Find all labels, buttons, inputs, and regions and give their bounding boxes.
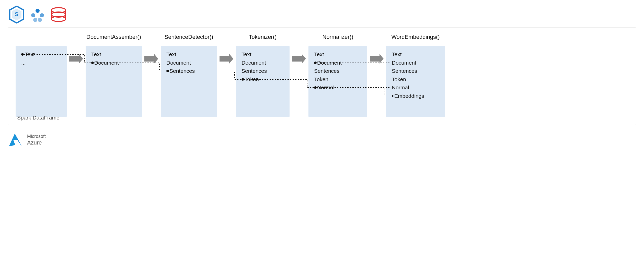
stage-sentence-detector: Text Document Sentences [161,46,217,117]
svg-point-5 [40,13,44,17]
field-tok-token: Token [241,75,284,84]
stage-document-assembler: Text Document [86,46,142,117]
label-document-assembler: DocumentAssember() [86,33,142,41]
svg-marker-19 [370,54,384,64]
svg-text:S: S [15,11,19,17]
svg-point-3 [36,9,40,13]
svg-marker-17 [220,54,233,64]
arrow-4-5 [367,54,386,64]
field-we-embeddings: Embeddings [392,92,439,100]
field-tok-text: Text [241,50,284,59]
field-input-text: Text [21,50,61,59]
svg-marker-16 [144,54,158,64]
svg-point-6 [33,18,37,22]
bottom-branding: Microsoft Azure [0,125,644,148]
field-da-document: Document [91,59,136,67]
field-norm-sentences: Sentences [314,67,362,75]
azure-text-block: Microsoft Azure [27,134,46,146]
azure-logo-icon [8,132,23,148]
field-tok-sentences: Sentences [241,67,284,75]
microsoft-label: Microsoft [27,134,46,139]
databricks-logo-icon [29,6,47,23]
arrow-1-2 [142,54,161,64]
field-da-text: Text [91,50,136,59]
field-we-normal: Normal [392,83,439,92]
field-we-token: Token [392,75,439,84]
arrow-2-3 [217,54,236,64]
field-we-sentences: Sentences [392,67,439,75]
arrow-0-1 [67,54,86,64]
field-input-ellipsis: ... [21,59,61,67]
azure-label: Azure [27,139,46,146]
top-logos-bar: S [0,0,644,28]
svg-marker-18 [292,54,306,64]
label-sentence-detector: SentenceDetector() [161,33,217,41]
stage-word-embeddings: Text Document Sentences Token Normal Emb… [386,46,445,117]
field-norm-text: Text [314,50,362,59]
spark-logo-icon: S [8,6,26,23]
main-diagram: DocumentAssember() SentenceDetector() To… [8,28,636,125]
field-norm-normal: Normal [314,83,362,92]
field-sd-document: Document [166,59,211,67]
field-we-text: Text [392,50,439,59]
field-norm-document: Document [314,59,362,67]
stage-tokenizer: Text Document Sentences Token [236,46,290,117]
field-sd-sentences: Sentences [166,67,211,75]
redis-logo-icon [50,6,67,23]
stage-normalizer: Text Document Sentences Token Normal [308,46,367,117]
arrow-3-4 [290,54,308,64]
field-norm-token: Token [314,75,362,84]
stage-input: Text ... [16,46,67,117]
label-normalizer: Normalizer() [308,33,367,41]
label-word-embeddings: WordEmbeddings() [386,33,445,41]
label-tokenizer: Tokenizer() [236,33,290,41]
spark-dataframe-label: Spark DataFrame [17,115,60,121]
svg-point-7 [38,18,42,22]
field-tok-document: Document [241,59,284,67]
svg-point-4 [31,13,35,17]
svg-marker-15 [69,54,83,64]
field-we-document: Document [392,59,439,67]
field-sd-text: Text [166,50,211,59]
